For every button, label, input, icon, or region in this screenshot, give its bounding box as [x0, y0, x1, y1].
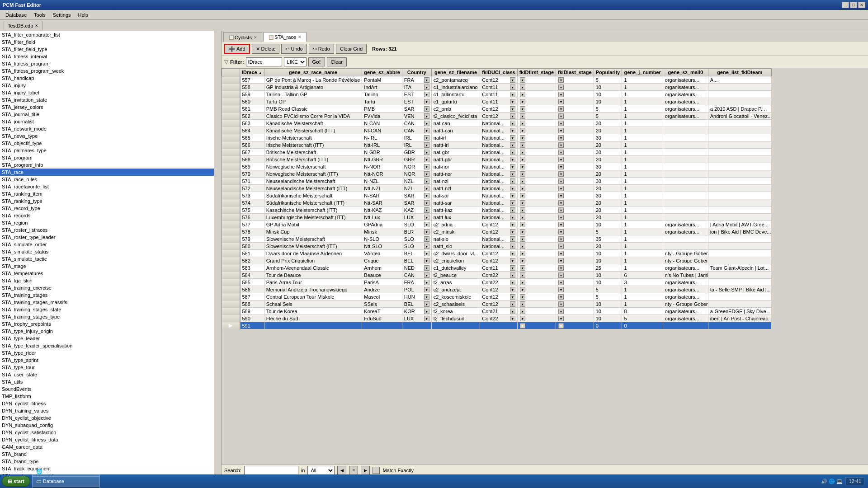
first-stage-dropdown[interactable]: ▼	[520, 207, 525, 213]
col-header-abbre[interactable]: gene_sz_abbre	[362, 69, 402, 76]
sidebar-item-sta-roster-type-leader[interactable]: STA_roster_type_leader	[0, 234, 221, 241]
uci-dropdown-arrow[interactable]: ▼	[510, 128, 515, 133]
cell-duci-class[interactable]: Cont12▼	[480, 221, 517, 228]
cell-idrace[interactable]: 557	[240, 76, 264, 84]
uci-dropdown-arrow[interactable]: ▼	[510, 186, 515, 191]
last-stage-dropdown[interactable]: ▼	[558, 294, 564, 300]
cell-duci-class[interactable]: Cont12▼	[480, 250, 517, 257]
cell-country[interactable]: NZL▼	[402, 185, 431, 192]
cell-j-number[interactable]: 1	[622, 105, 663, 113]
search-input[interactable]	[244, 466, 298, 475]
cell-duci-class[interactable]: Cont12▼	[480, 105, 517, 113]
cell-last-stage[interactable]: ▼	[556, 243, 594, 250]
cell-race-name[interactable]: Grand Prix Criquielion	[264, 257, 362, 264]
first-stage-dropdown[interactable]: ▼	[520, 77, 525, 83]
uci-dropdown-arrow[interactable]: ▼	[510, 272, 515, 278]
cell-duci-class[interactable]: Cont12▼	[480, 257, 517, 264]
cell-j-number[interactable]: 1	[622, 257, 663, 264]
cell-popularity[interactable]: 20	[594, 156, 622, 163]
cell-team[interactable]	[708, 257, 771, 264]
cell-mail[interactable]: organisateurs...	[663, 76, 708, 84]
cell-team[interactable]	[708, 163, 771, 170]
cell-abbre[interactable]: Minsk	[362, 228, 402, 235]
tab-sta-race[interactable]: 📋 STA_race ✕	[263, 32, 307, 42]
uci-dropdown-arrow[interactable]: ▼	[510, 92, 515, 97]
cell-first-stage[interactable]: ▼	[517, 199, 556, 206]
uci-dropdown-arrow[interactable]: ▼	[510, 200, 515, 206]
cell-race-name[interactable]: Clasico FVCiclismo Corre Por la VIDA	[264, 113, 362, 120]
country-dropdown-arrow[interactable]: ▼	[424, 164, 429, 169]
first-stage-dropdown[interactable]: ▼	[520, 135, 525, 141]
cell-filename[interactable]: nat-gbr	[431, 149, 480, 156]
cell-duci-class[interactable]: National...▼	[480, 127, 517, 134]
cell-filename[interactable]: c2_minsk	[431, 228, 480, 235]
cell-mail[interactable]	[663, 134, 708, 141]
cell-first-stage[interactable]: ▼	[517, 185, 556, 192]
country-dropdown-arrow[interactable]: ▼	[424, 84, 429, 90]
sidebar-item-sta-roster-listraces[interactable]: STA_roster_listraces	[0, 226, 221, 234]
table-row[interactable]: 561PMB Road ClassicPMBSAR▼c2_pmbCont12▼▼…	[222, 105, 772, 113]
search-scope[interactable]: All	[307, 466, 335, 475]
country-dropdown-arrow[interactable]: ▼	[424, 309, 429, 314]
cell-last-stage[interactable]: ▼	[556, 149, 594, 156]
cell-filename[interactable]: t2_flechdusud	[431, 315, 480, 322]
cell-first-stage[interactable]: ▼	[517, 235, 556, 243]
sidebar-item-sta-fitness-interval[interactable]: STA_fitness_interval	[0, 53, 221, 60]
cell-idrace[interactable]: 570	[240, 170, 264, 178]
cell-race-name[interactable]: PMB Road Classic	[264, 105, 362, 113]
uci-dropdown-arrow[interactable]: ▼	[510, 294, 515, 300]
cell-race-name[interactable]: Britische Meisterschaft (ITT)	[264, 156, 362, 163]
cell-race-name[interactable]: Tartu GP	[264, 98, 362, 105]
cell-last-stage[interactable]: ▼	[556, 199, 594, 206]
sidebar-item-sta-records[interactable]: STA_records	[0, 212, 221, 219]
cell-idrace[interactable]: 559	[240, 91, 264, 98]
last-stage-dropdown[interactable]: ▼	[558, 316, 564, 321]
cell-idrace[interactable]: 583	[240, 264, 264, 272]
sidebar-item-sta-filter-field[interactable]: STA_filter_field	[0, 38, 221, 46]
cell-filename[interactable]: c1_gpturtu	[431, 98, 480, 105]
country-dropdown-arrow[interactable]: ▼	[424, 294, 429, 300]
country-dropdown-arrow[interactable]: ▼	[424, 244, 429, 249]
cell-filename[interactable]: nat-sar	[431, 192, 480, 199]
cell-country[interactable]: SLO▼	[402, 221, 431, 228]
cell-team[interactable]	[708, 272, 771, 279]
cell-filename[interactable]: t2_clasico_fvciclista	[431, 113, 480, 120]
cell-duci-class[interactable]: Cont12▼	[480, 76, 517, 84]
uci-dropdown-arrow[interactable]: ▼	[510, 258, 515, 263]
first-stage-dropdown[interactable]: ▼	[520, 121, 525, 126]
cell-last-stage[interactable]: ▼	[556, 192, 594, 199]
cell-mail[interactable]	[663, 243, 708, 250]
cell-team[interactable]	[708, 120, 771, 127]
col-header-filename[interactable]: gene_sz_filename	[431, 69, 480, 76]
cell-country[interactable]: CAN▼	[402, 127, 431, 134]
cell-mail[interactable]: organisateurs...	[663, 84, 708, 91]
cell-mail[interactable]: organisateurs...	[663, 279, 708, 286]
menu-tools[interactable]: Tools	[30, 11, 49, 19]
cell-filename[interactable]: t2_beauce	[431, 272, 480, 279]
cell-mail[interactable]: nty - Groupe Gobert | An...	[663, 257, 708, 264]
col-header-mail[interactable]: gene_sz_mail0	[663, 69, 708, 76]
first-stage-dropdown[interactable]: ▼	[520, 215, 525, 220]
cell-idrace[interactable]: 571	[240, 178, 264, 185]
cell-mail[interactable]	[663, 178, 708, 185]
cell-last-stage[interactable]: ▼	[556, 84, 594, 91]
first-stage-dropdown[interactable]: ▼	[520, 164, 525, 169]
cell-filename[interactable]: nattt_slo	[431, 243, 480, 250]
country-dropdown-arrow[interactable]: ▼	[424, 207, 429, 213]
cell-team[interactable]: ion | Bike Aid | BMC Deve...	[708, 228, 771, 235]
first-stage-dropdown[interactable]: ▼	[520, 92, 525, 97]
cell-idrace[interactable]: 572	[240, 185, 264, 192]
cell-first-stage[interactable]: ▼	[517, 127, 556, 134]
cell-filename[interactable]: c2_criquielion	[431, 257, 480, 264]
cell-duci-class[interactable]: National...▼	[480, 199, 517, 206]
last-stage-dropdown[interactable]: ▼	[558, 323, 564, 328]
cell-country[interactable]: SAR▼	[402, 192, 431, 199]
country-dropdown-arrow[interactable]: ▼	[424, 287, 429, 292]
cell-popularity[interactable]: 20	[594, 185, 622, 192]
uci-dropdown-arrow[interactable]: ▼	[510, 106, 515, 112]
cell-j-number[interactable]: 3	[622, 279, 663, 286]
country-dropdown-arrow[interactable]: ▼	[424, 92, 429, 97]
cell-race-name[interactable]: Südafrikanische Meisterschaft (ITT)	[264, 199, 362, 206]
cell-duci-class[interactable]: Cont11▼	[480, 264, 517, 272]
cell-popularity[interactable]: 10	[594, 272, 622, 279]
